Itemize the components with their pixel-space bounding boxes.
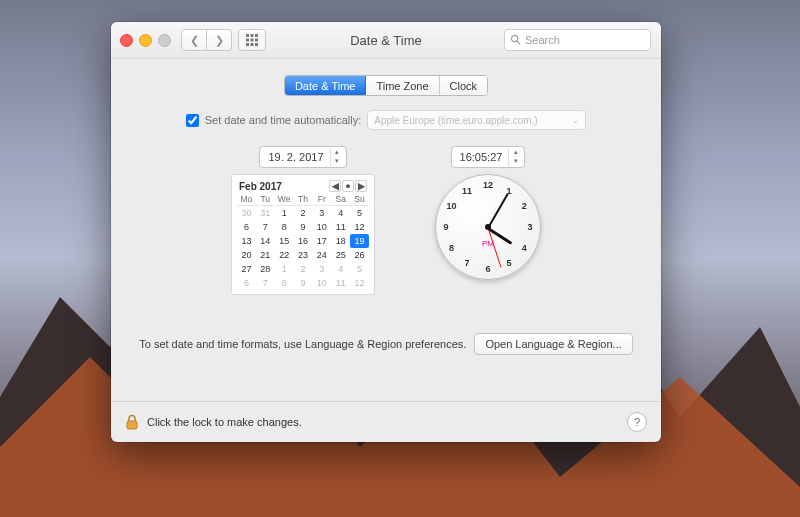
clock-numeral: 5 [506, 258, 511, 268]
calendar-dow: Mo [237, 194, 256, 204]
calendar-day[interactable]: 19 [350, 234, 369, 248]
calendar-day[interactable]: 5 [350, 262, 369, 276]
date-value: 19. 2. 2017 [268, 151, 323, 163]
show-all-button[interactable] [238, 29, 266, 51]
calendar-day[interactable]: 6 [237, 220, 256, 234]
calendar-prev-button[interactable]: ◀ [329, 180, 341, 192]
svg-line-15 [517, 40, 520, 43]
date-step-down[interactable]: ▾ [331, 157, 344, 166]
clock-numeral: 2 [522, 201, 527, 211]
tab-bar: Date & Time Time Zone Clock [129, 75, 643, 96]
auto-label: Set date and time automatically: [205, 114, 362, 126]
help-button[interactable]: ? [627, 412, 647, 432]
calendar-day[interactable]: 18 [331, 234, 350, 248]
calendar-next-button[interactable]: ▶ [355, 180, 367, 192]
calendar-day[interactable]: 26 [350, 248, 369, 262]
calendar-day[interactable]: 6 [237, 276, 256, 290]
calendar-today-button[interactable]: ● [342, 180, 354, 192]
calendar-day[interactable]: 3 [312, 262, 331, 276]
tab-clock[interactable]: Clock [440, 76, 488, 95]
time-stepper[interactable]: 16:05:27 ▴▾ [451, 146, 526, 168]
calendar-day[interactable]: 27 [237, 262, 256, 276]
svg-rect-6 [251, 34, 254, 37]
calendar-day[interactable]: 31 [256, 206, 275, 220]
forward-button[interactable]: ❯ [207, 29, 232, 51]
tab-date-time[interactable]: Date & Time [285, 76, 367, 95]
svg-rect-7 [255, 34, 258, 37]
svg-point-14 [511, 35, 517, 41]
search-placeholder: Search [525, 34, 560, 46]
calendar-day[interactable]: 20 [237, 248, 256, 262]
time-server-value: Apple Europe (time.euro.apple.com.) [374, 115, 537, 126]
calendar-day[interactable]: 25 [331, 248, 350, 262]
calendar-day[interactable]: 1 [275, 206, 294, 220]
analog-clock: PM 121234567891011 [435, 174, 541, 280]
calendar-day[interactable]: 24 [312, 248, 331, 262]
calendar-day[interactable]: 16 [294, 234, 313, 248]
calendar: Feb 2017 ◀ ● ▶ MoTuWeThFrSaSu 3031123456… [231, 174, 375, 295]
back-button[interactable]: ❮ [181, 29, 207, 51]
calendar-day[interactable]: 23 [294, 248, 313, 262]
calendar-day[interactable]: 10 [312, 220, 331, 234]
date-step-up[interactable]: ▴ [331, 148, 344, 157]
calendar-day[interactable]: 14 [256, 234, 275, 248]
format-hint: To set date and time formats, use Langua… [139, 338, 466, 350]
calendar-day[interactable]: 4 [331, 262, 350, 276]
svg-rect-10 [255, 39, 258, 42]
close-button[interactable] [120, 34, 133, 47]
svg-rect-16 [127, 421, 137, 429]
time-server-select[interactable]: Apple Europe (time.euro.apple.com.) ⌄ [367, 110, 586, 130]
titlebar: ❮ ❯ Date & Time Search [111, 22, 661, 59]
traffic-lights [120, 34, 171, 47]
clock-numeral: 1 [506, 186, 511, 196]
calendar-day[interactable]: 7 [256, 220, 275, 234]
tab-time-zone[interactable]: Time Zone [366, 76, 439, 95]
svg-rect-5 [246, 34, 249, 37]
calendar-day[interactable]: 4 [331, 206, 350, 220]
calendar-dow: Fr [312, 194, 331, 204]
calendar-day[interactable]: 2 [294, 262, 313, 276]
calendar-day[interactable]: 7 [256, 276, 275, 290]
clock-pin [485, 224, 491, 230]
calendar-day[interactable]: 30 [237, 206, 256, 220]
calendar-day[interactable]: 3 [312, 206, 331, 220]
clock-numeral: 3 [527, 222, 532, 232]
open-language-region-button[interactable]: Open Language & Region... [474, 333, 632, 355]
calendar-day[interactable]: 28 [256, 262, 275, 276]
calendar-day[interactable]: 8 [275, 220, 294, 234]
minimize-button[interactable] [139, 34, 152, 47]
calendar-day[interactable]: 5 [350, 206, 369, 220]
calendar-dow: Sa [331, 194, 350, 204]
calendar-day[interactable]: 9 [294, 276, 313, 290]
svg-rect-9 [251, 39, 254, 42]
clock-numeral: 7 [464, 258, 469, 268]
lock-icon[interactable] [125, 414, 139, 430]
calendar-day[interactable]: 12 [350, 220, 369, 234]
calendar-day[interactable]: 10 [312, 276, 331, 290]
calendar-dow: Su [350, 194, 369, 204]
calendar-day[interactable]: 21 [256, 248, 275, 262]
zoom-button[interactable] [158, 34, 171, 47]
calendar-day[interactable]: 11 [331, 220, 350, 234]
calendar-day[interactable]: 11 [331, 276, 350, 290]
calendar-day[interactable]: 2 [294, 206, 313, 220]
calendar-day[interactable]: 8 [275, 276, 294, 290]
calendar-day[interactable]: 1 [275, 262, 294, 276]
calendar-dow: Tu [256, 194, 275, 204]
calendar-day[interactable]: 17 [312, 234, 331, 248]
calendar-day[interactable]: 22 [275, 248, 294, 262]
time-step-down[interactable]: ▾ [509, 157, 522, 166]
calendar-day[interactable]: 13 [237, 234, 256, 248]
calendar-day[interactable]: 15 [275, 234, 294, 248]
calendar-month-label: Feb 2017 [239, 181, 282, 192]
calendar-day[interactable]: 9 [294, 220, 313, 234]
svg-rect-13 [255, 43, 258, 46]
date-stepper[interactable]: 19. 2. 2017 ▴▾ [259, 146, 346, 168]
clock-numeral: 10 [447, 201, 457, 211]
search-field[interactable]: Search [504, 29, 651, 51]
time-step-up[interactable]: ▴ [509, 148, 522, 157]
svg-rect-12 [251, 43, 254, 46]
calendar-day[interactable]: 12 [350, 276, 369, 290]
auto-checkbox[interactable] [186, 114, 199, 127]
calendar-dow: Th [294, 194, 313, 204]
